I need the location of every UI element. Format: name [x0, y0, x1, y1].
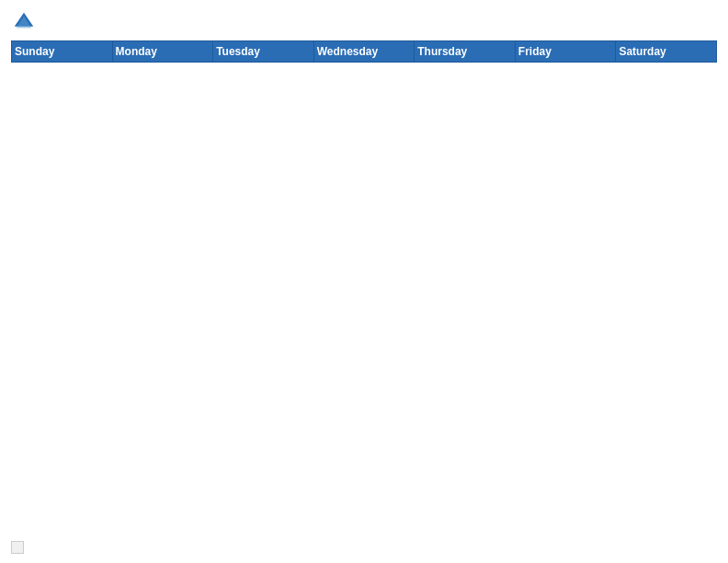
daylight-box-icon: [11, 541, 24, 554]
calendar-header-row: SundayMondayTuesdayWednesdayThursdayFrid…: [12, 41, 717, 63]
calendar-table: SundayMondayTuesdayWednesdayThursdayFrid…: [11, 40, 717, 537]
calendar-day-header: Wednesday: [313, 41, 415, 63]
header: [11, 9, 717, 35]
logo-icon: [11, 9, 37, 35]
logo: [11, 9, 40, 35]
page: SundayMondayTuesdayWednesdayThursdayFrid…: [0, 0, 728, 563]
calendar-day-header: Tuesday: [213, 41, 314, 63]
calendar-day-header: Friday: [515, 41, 616, 63]
calendar-day-header: Sunday: [12, 41, 113, 63]
calendar-day-header: Thursday: [415, 41, 516, 63]
footer-bar: [11, 541, 717, 554]
calendar-day-header: Saturday: [616, 41, 717, 63]
calendar-day-header: Monday: [112, 41, 213, 63]
